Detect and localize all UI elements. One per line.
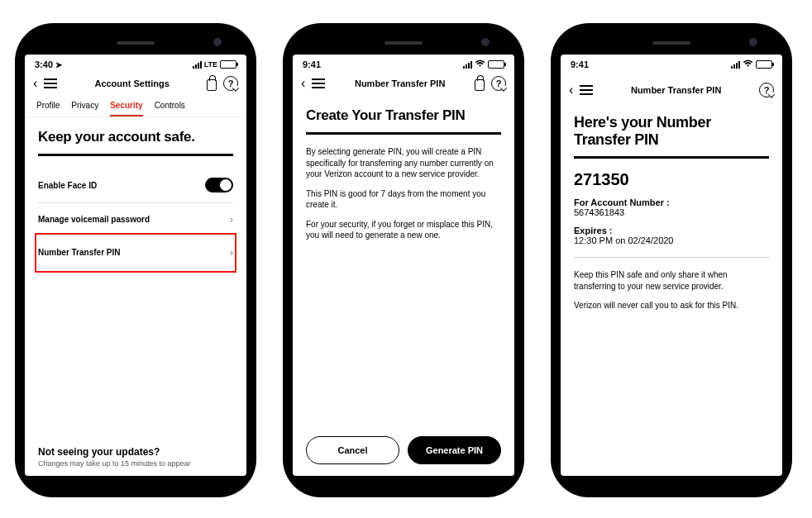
generate-pin-button[interactable]: Generate PIN bbox=[408, 436, 501, 464]
tab-controls[interactable]: Controls bbox=[155, 96, 185, 116]
help-icon[interactable]: ? bbox=[223, 76, 238, 91]
paragraph-2: This PIN is good for 7 days from the mom… bbox=[306, 188, 501, 211]
paragraph-3: For your security, if you forget or misp… bbox=[306, 219, 501, 241]
content-area: Here's your Number Transfer PIN 271350 F… bbox=[561, 102, 782, 476]
wifi-icon bbox=[475, 59, 485, 69]
phone-show-pin: 9:41 ‹ Number Transfer PIN ? Here's your… bbox=[552, 25, 791, 496]
status-time: 9:41 bbox=[571, 59, 589, 69]
chevron-right-icon: › bbox=[230, 246, 233, 259]
back-button[interactable]: ‹ bbox=[301, 76, 305, 91]
speaker-slot bbox=[117, 41, 155, 45]
tab-profile[interactable]: Profile bbox=[36, 96, 60, 116]
heading: Create Your Transfer PIN bbox=[306, 107, 501, 124]
camera-dot bbox=[213, 38, 222, 46]
battery-icon bbox=[488, 60, 504, 69]
page-title: Account Settings bbox=[64, 78, 200, 88]
menu-icon[interactable] bbox=[580, 85, 593, 95]
screen: 3:40 ➤ LTE ‹ Account Settings ? Profile … bbox=[25, 55, 246, 476]
back-button[interactable]: ‹ bbox=[569, 83, 573, 97]
help-icon[interactable]: ? bbox=[759, 83, 774, 97]
status-bar: 3:40 ➤ LTE bbox=[25, 55, 246, 71]
paragraph-1: By selecting generate PIN, you will crea… bbox=[306, 146, 501, 180]
help-icon[interactable]: ? bbox=[491, 76, 506, 91]
cancel-button[interactable]: Cancel bbox=[306, 436, 399, 464]
camera-dot bbox=[481, 38, 490, 46]
nav-bar: ‹ Number Transfer PIN ? bbox=[561, 71, 782, 102]
status-time: 3:40 ➤ bbox=[35, 59, 62, 69]
heading: Here's your Number Transfer PIN bbox=[574, 114, 769, 148]
location-icon: ➤ bbox=[55, 60, 62, 69]
footer-sub: Changes may take up to 15 minutes to app… bbox=[38, 459, 233, 468]
status-bar: 9:41 bbox=[293, 55, 514, 71]
nav-bar: ‹ Account Settings ? bbox=[25, 71, 246, 96]
footer-title: Not seeing your updates? bbox=[38, 446, 233, 458]
back-button[interactable]: ‹ bbox=[33, 76, 37, 91]
security-note-2: Verizon will never call you to ask for t… bbox=[574, 300, 769, 311]
page-title: Number Transfer PIN bbox=[332, 78, 468, 88]
button-row: Cancel Generate PIN bbox=[293, 436, 514, 476]
divider bbox=[38, 154, 233, 156]
phone-account-settings: 3:40 ➤ LTE ‹ Account Settings ? Profile … bbox=[17, 25, 255, 496]
toggle-face-id[interactable] bbox=[205, 178, 233, 192]
status-time: 9:41 bbox=[303, 59, 321, 69]
account-number-label: For Account Number : bbox=[574, 197, 769, 207]
battery-icon bbox=[220, 60, 236, 69]
tab-security[interactable]: Security bbox=[110, 96, 142, 116]
wifi-icon bbox=[743, 59, 753, 69]
heading: Keep your account safe. bbox=[38, 129, 233, 145]
content-area: Create Your Transfer PIN By selecting ge… bbox=[293, 96, 514, 436]
signal-icon bbox=[193, 61, 202, 69]
lock-icon[interactable] bbox=[207, 79, 217, 91]
row-voicemail[interactable]: Manage voicemail password › bbox=[38, 203, 233, 236]
status-bar: 9:41 bbox=[561, 55, 782, 71]
footer-note: Not seeing your updates? Changes may tak… bbox=[38, 446, 233, 468]
account-number-value: 5674361843 bbox=[574, 207, 769, 217]
expires-label: Expires : bbox=[574, 226, 769, 235]
phone-create-pin: 9:41 ‹ Number Transfer PIN ? Create Your… bbox=[284, 25, 523, 496]
divider bbox=[574, 156, 769, 159]
tab-bar: Profile Privacy Security Controls bbox=[25, 96, 246, 117]
network-label: LTE bbox=[204, 60, 217, 69]
menu-icon[interactable] bbox=[312, 78, 325, 88]
screen: 9:41 ‹ Number Transfer PIN ? Here's your… bbox=[561, 55, 782, 476]
row-face-id[interactable]: Enable Face ID bbox=[38, 168, 233, 203]
content-area: Keep your account safe. Enable Face ID M… bbox=[25, 117, 246, 476]
menu-icon[interactable] bbox=[44, 78, 57, 88]
row-number-transfer-pin[interactable]: Number Transfer PIN › bbox=[38, 236, 233, 269]
speaker-slot bbox=[652, 41, 690, 45]
security-note-1: Keep this PIN safe and only share it whe… bbox=[574, 269, 769, 292]
row-label: Number Transfer PIN bbox=[38, 248, 120, 257]
lock-icon[interactable] bbox=[475, 79, 485, 91]
page-title: Number Transfer PIN bbox=[599, 85, 752, 95]
thin-divider bbox=[574, 257, 769, 258]
signal-icon bbox=[463, 61, 472, 69]
expires-value: 12:30 PM on 02/24/2020 bbox=[574, 235, 769, 245]
battery-icon bbox=[756, 60, 772, 69]
divider bbox=[306, 132, 501, 135]
speaker-slot bbox=[385, 41, 423, 45]
chevron-right-icon: › bbox=[230, 213, 233, 226]
transfer-pin-value: 271350 bbox=[574, 170, 769, 189]
camera-dot bbox=[749, 38, 757, 46]
tab-privacy[interactable]: Privacy bbox=[71, 96, 98, 116]
signal-icon bbox=[731, 61, 740, 69]
nav-bar: ‹ Number Transfer PIN ? bbox=[293, 71, 514, 96]
row-label: Enable Face ID bbox=[38, 181, 97, 190]
screen: 9:41 ‹ Number Transfer PIN ? Create Your… bbox=[293, 55, 514, 476]
row-label: Manage voicemail password bbox=[38, 215, 150, 224]
